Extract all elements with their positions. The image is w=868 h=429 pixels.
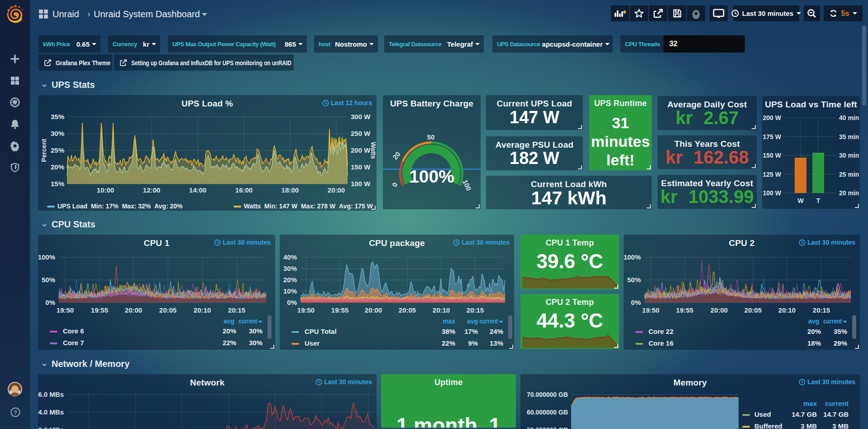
svg-text:Watts: Watts	[370, 142, 377, 159]
svg-text:125 W: 125 W	[763, 171, 782, 178]
svg-text:6.0 MBs: 6.0 MBs	[38, 390, 64, 398]
svg-text:4.0 MBs: 4.0 MBs	[38, 408, 64, 416]
svg-text:50.000000 GB: 50.000000 GB	[527, 426, 568, 429]
svg-text:35%: 35%	[51, 113, 64, 121]
svg-text:19:50: 19:50	[642, 306, 659, 314]
svg-text:20:00: 20:00	[125, 306, 142, 314]
svg-text:20:15: 20:15	[228, 306, 245, 314]
svg-text:0%: 0%	[631, 299, 641, 306]
svg-text:0%: 0%	[287, 299, 297, 306]
svg-text:30%: 30%	[283, 265, 297, 272]
svg-text:T: T	[816, 197, 820, 204]
svg-text:175 W: 175 W	[763, 133, 782, 140]
svg-text:16:00: 16:00	[235, 186, 253, 194]
svg-text:20:15: 20:15	[467, 306, 484, 314]
svg-text:20:10: 20:10	[778, 306, 796, 314]
svg-text:35 min: 35 min	[839, 133, 859, 140]
svg-text:14:00: 14:00	[189, 186, 206, 194]
svg-text:2.0 MBs: 2.0 MBs	[38, 426, 64, 429]
svg-text:40%: 40%	[283, 253, 297, 261]
svg-text:20:05: 20:05	[399, 306, 416, 314]
svg-text:0%: 0%	[45, 299, 55, 306]
svg-text:250 W: 250 W	[351, 130, 371, 137]
svg-text:Percent: Percent	[40, 139, 48, 162]
svg-text:50%: 50%	[627, 276, 641, 284]
svg-text:20%: 20%	[283, 276, 297, 284]
svg-text:70.000000 GB: 70.000000 GB	[527, 391, 568, 398]
svg-text:20:00: 20:00	[328, 186, 345, 194]
svg-text:20:00: 20:00	[365, 306, 382, 314]
svg-text:19:55: 19:55	[331, 306, 348, 314]
svg-text:200 W: 200 W	[763, 114, 782, 121]
svg-text:50: 50	[427, 133, 435, 141]
svg-text:60.000000 GB: 60.000000 GB	[527, 409, 568, 416]
svg-text:40 min: 40 min	[839, 114, 859, 121]
svg-text:20:00: 20:00	[711, 306, 728, 314]
svg-text:100%: 100%	[624, 253, 641, 261]
svg-text:W: W	[797, 197, 804, 204]
svg-text:10:00: 10:00	[97, 186, 114, 194]
svg-text:12:00: 12:00	[143, 186, 160, 194]
svg-text:20:10: 20:10	[194, 306, 211, 314]
svg-text:100%: 100%	[38, 253, 55, 261]
svg-text:19:50: 19:50	[297, 306, 315, 314]
svg-text:20:05: 20:05	[744, 306, 762, 314]
svg-text:19:55: 19:55	[676, 306, 693, 314]
svg-text:19:50: 19:50	[57, 306, 74, 314]
svg-text:100 W: 100 W	[351, 180, 371, 188]
svg-text:18:00: 18:00	[281, 186, 299, 194]
svg-text:150 W: 150 W	[351, 163, 371, 171]
svg-text:20: 20	[391, 150, 402, 161]
svg-text:50%: 50%	[42, 276, 55, 284]
svg-text:19:55: 19:55	[91, 306, 108, 314]
svg-text:30 min: 30 min	[839, 152, 859, 159]
svg-text:25 min: 25 min	[839, 171, 859, 178]
svg-text:20 min: 20 min	[839, 189, 859, 197]
svg-text:300 W: 300 W	[351, 113, 371, 121]
svg-text:20:15: 20:15	[813, 306, 830, 314]
svg-text:30%: 30%	[51, 130, 64, 137]
svg-text:100 W: 100 W	[763, 189, 782, 197]
svg-text:20%: 20%	[51, 163, 64, 171]
svg-text:150 W: 150 W	[763, 152, 782, 159]
svg-text:20:05: 20:05	[159, 306, 176, 314]
svg-text:?: ?	[14, 409, 17, 416]
svg-text:200 W: 200 W	[351, 146, 371, 154]
svg-text:25%: 25%	[51, 146, 64, 154]
svg-text:10%: 10%	[283, 287, 297, 295]
svg-text:15%: 15%	[51, 180, 64, 188]
svg-text:20:10: 20:10	[433, 306, 450, 314]
